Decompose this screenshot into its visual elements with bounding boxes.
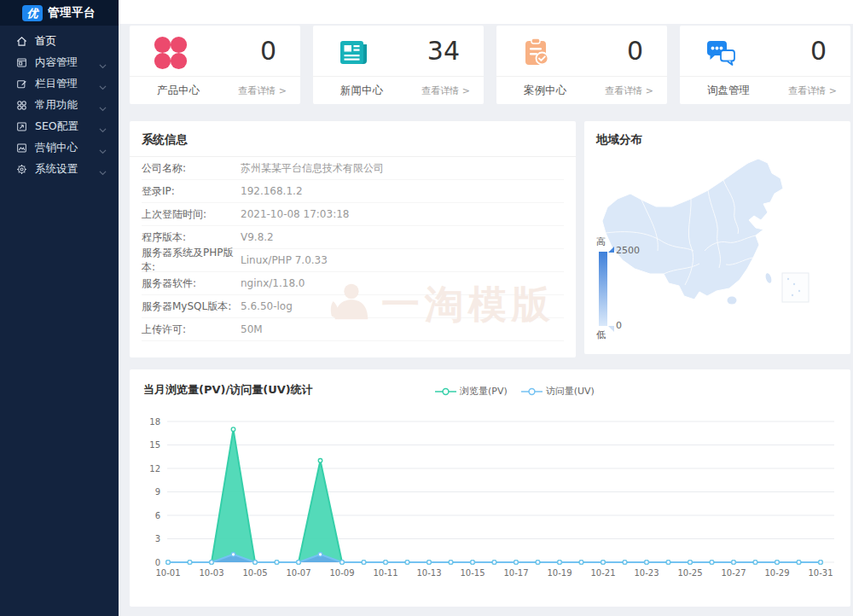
info-row: 公司名称:苏州某某平台信息技术有限公司	[142, 157, 564, 180]
svg-text:10-05: 10-05	[242, 568, 267, 578]
gear-icon	[16, 164, 27, 175]
legend-max-value: 2500	[616, 245, 640, 256]
stat-value: 34	[427, 26, 460, 76]
logo: 优 管理平台	[0, 0, 119, 26]
grid-circles-icon	[16, 100, 27, 111]
info-row: 上传许可:50M	[142, 318, 564, 341]
chevron-down-icon	[99, 123, 107, 131]
chart-legend: 浏览量(PV) 访问量(UV)	[435, 385, 595, 398]
marketing-image-icon	[16, 142, 27, 154]
logo-badge-icon: 优	[22, 5, 43, 21]
stat-label: 案例中心	[524, 84, 566, 98]
svg-text:3: 3	[155, 534, 160, 543]
chart-title: 当月浏览量(PV)/访问量(UV)统计	[143, 382, 313, 398]
legend-min-value: 0	[616, 320, 622, 331]
svg-text:10-13: 10-13	[416, 568, 441, 578]
legend-gradient-bar	[599, 252, 607, 326]
svg-text:10-27: 10-27	[721, 568, 746, 578]
chevron-down-icon	[99, 59, 107, 67]
stat-card-cases: 0 案例中心 查看详情 >	[496, 26, 667, 104]
clipboard-check-icon	[519, 34, 556, 72]
view-details-link[interactable]: 查看详情 >	[788, 84, 837, 97]
view-details-link[interactable]: 查看详情 >	[605, 84, 653, 97]
svg-text:10-23: 10-23	[634, 568, 659, 578]
stat-value: 0	[627, 26, 643, 76]
home-icon	[16, 36, 27, 47]
svg-text:10-29: 10-29	[764, 568, 789, 578]
view-details-link[interactable]: 查看详情 >	[421, 84, 470, 97]
svg-text:15: 15	[149, 440, 160, 450]
svg-text:10-19: 10-19	[547, 568, 572, 578]
seo-box-icon	[16, 121, 27, 132]
svg-text:18: 18	[149, 417, 160, 427]
hainan-island	[728, 297, 737, 305]
top-bar	[119, 0, 853, 24]
sidebar-item-settings[interactable]: 系统设置	[0, 159, 119, 180]
svg-text:10-07: 10-07	[286, 568, 310, 578]
info-row: 上次登陆时间:2021-10-08 17:03:18	[142, 203, 564, 226]
legend-item-uv[interactable]: 访问量(UV)	[521, 385, 595, 398]
stat-card-products: 0 产品中心 查看详情 >	[130, 26, 300, 104]
svg-text:10-15: 10-15	[460, 568, 485, 578]
region-map-panel: 地域分布 高 2500 0 低	[584, 121, 850, 354]
south-china-sea-inset	[782, 273, 809, 302]
sidebar-item-common-tools[interactable]: 常用功能	[0, 95, 119, 116]
chevron-down-icon	[99, 166, 107, 173]
svg-text:0: 0	[155, 558, 160, 567]
svg-text:6: 6	[155, 511, 160, 520]
chevron-down-icon	[99, 102, 107, 109]
chevron-down-icon	[99, 80, 107, 88]
sidebar: 优 管理平台 首页 内容管理 栏目管理 常	[0, 0, 119, 616]
svg-text:10-25: 10-25	[677, 568, 702, 578]
info-row: 服务器软件:nginx/1.18.0	[142, 272, 564, 295]
clover-icon	[152, 34, 189, 72]
sidebar-item-marketing[interactable]: 营销中心	[0, 137, 119, 159]
legend-item-pv[interactable]: 浏览量(PV)	[435, 385, 508, 398]
svg-text:10-17: 10-17	[503, 568, 528, 578]
pv-uv-chart-panel: 当月浏览量(PV)/访问量(UV)统计 浏览量(PV) 访问量(UV) 0369…	[130, 369, 850, 607]
stat-value: 0	[810, 26, 827, 76]
stat-value: 0	[260, 26, 276, 76]
legend-max-marker	[608, 247, 614, 253]
sidebar-item-content[interactable]: 内容管理	[0, 52, 119, 73]
sidebar-item-home[interactable]: 首页	[0, 31, 119, 52]
pv-uv-area-chart: 036912151810-0110-0310-0510-0710-0910-11…	[136, 407, 844, 595]
info-row: 服务器系统及PHP版本:Linux/PHP 7.0.33	[142, 249, 564, 272]
sidebar-menu: 首页 内容管理 栏目管理 常用功能 S	[0, 26, 119, 180]
column-edit-icon	[16, 78, 27, 90]
newspaper-icon	[335, 34, 373, 72]
stat-card-inquiries: 0 询盘管理 查看详情 >	[680, 26, 850, 104]
stat-label: 产品中心	[157, 84, 200, 98]
stat-label: 新闻中心	[340, 84, 383, 98]
view-details-link[interactable]: 查看详情 >	[238, 84, 287, 97]
svg-text:10-31: 10-31	[808, 568, 833, 578]
svg-text:10-09: 10-09	[329, 568, 354, 578]
chat-bubbles-icon	[702, 34, 740, 72]
svg-text:10-03: 10-03	[199, 568, 223, 578]
stat-label: 询盘管理	[707, 84, 750, 98]
svg-text:10-01: 10-01	[155, 568, 180, 578]
legend-high-label: 高	[596, 235, 606, 248]
svg-text:9: 9	[155, 487, 160, 497]
svg-text:10-11: 10-11	[373, 568, 397, 578]
app-title: 管理平台	[48, 5, 96, 20]
stat-card-news: 34 新闻中心 查看详情 >	[313, 26, 484, 104]
svg-text:10-21: 10-21	[590, 568, 615, 578]
legend-low-label: 低	[596, 328, 606, 341]
info-row: 登录IP:192.168.1.2	[142, 180, 564, 203]
panel-title: 系统信息	[130, 121, 576, 157]
legend-min-marker	[608, 326, 614, 332]
content-doc-icon	[16, 57, 27, 68]
sidebar-item-seo[interactable]: SEO配置	[0, 116, 119, 137]
info-row: 服务器MySQL版本:5.6.50-log	[142, 295, 564, 318]
sidebar-item-columns[interactable]: 栏目管理	[0, 73, 119, 95]
system-info-panel: 系统信息 公司名称:苏州某某平台信息技术有限公司 登录IP:192.168.1.…	[130, 121, 576, 357]
chevron-down-icon	[99, 144, 107, 152]
svg-text:12: 12	[149, 464, 160, 474]
taiwan-island	[764, 272, 772, 283]
